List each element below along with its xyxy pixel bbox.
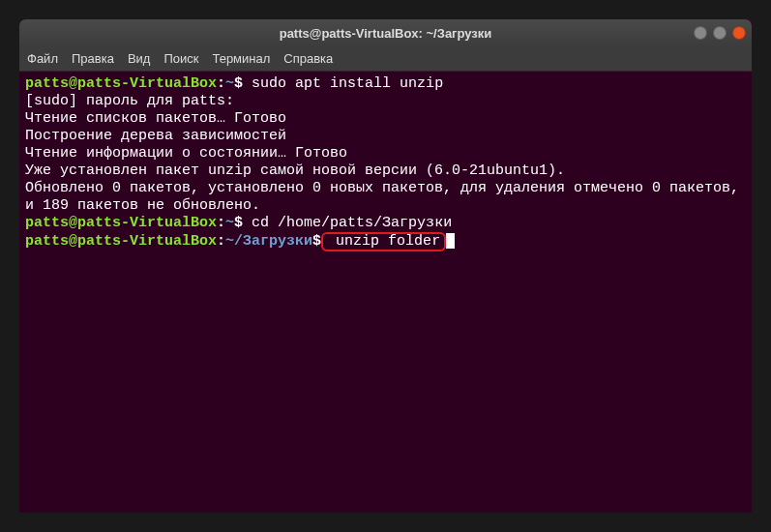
command-text: sudo apt install unzip [243, 75, 443, 92]
menu-view[interactable]: Вид [128, 51, 151, 66]
output-line: [sudo] пароль для patts: [25, 93, 746, 110]
command-text: cd /home/patts/Загрузки [243, 215, 452, 231]
prompt-user: patts@patts-VirtualBox [25, 233, 217, 250]
menu-terminal[interactable]: Терминал [212, 51, 270, 66]
prompt-path: ~/Загрузки [225, 233, 312, 250]
prompt-path: ~ [225, 215, 234, 231]
menubar: Файл Правка Вид Поиск Терминал Справка [19, 46, 752, 72]
command-text: unzip folder [327, 233, 440, 250]
terminal-window: patts@patts-VirtualBox: ~/Загрузки Файл … [19, 19, 752, 513]
prompt-path: ~ [225, 75, 234, 92]
command-line-3: patts@patts-VirtualBox:~/Загрузки$ unzip… [25, 232, 746, 251]
menu-file[interactable]: Файл [27, 51, 58, 66]
prompt-dollar: $ [312, 233, 321, 250]
cursor [446, 233, 455, 249]
output-line: Обновлено 0 пакетов, установлено 0 новых… [25, 180, 746, 215]
prompt-separator: : [217, 233, 225, 250]
menu-search[interactable]: Поиск [163, 51, 198, 66]
command-line-1: patts@patts-VirtualBox:~$ sudo apt insta… [25, 75, 746, 93]
prompt-separator: : [217, 215, 225, 231]
menu-help[interactable]: Справка [283, 51, 333, 66]
output-line: Построение дерева зависимостей [25, 128, 746, 145]
prompt-dollar: $ [234, 75, 243, 92]
minimize-button[interactable] [694, 26, 707, 40]
maximize-button[interactable] [713, 26, 727, 40]
output-line: Уже установлен пакет unzip самой новой в… [25, 163, 746, 180]
terminal-body[interactable]: patts@patts-VirtualBox:~$ sudo apt insta… [19, 72, 752, 513]
prompt-separator: : [217, 75, 225, 92]
output-line: Чтение информации о состоянии… Готово [25, 145, 746, 163]
output-line: Чтение списков пакетов… Готово [25, 110, 746, 128]
titlebar[interactable]: patts@patts-VirtualBox: ~/Загрузки [19, 19, 752, 46]
window-title: patts@patts-VirtualBox: ~/Загрузки [280, 26, 492, 41]
highlighted-command: unzip folder [321, 232, 446, 251]
prompt-user: patts@patts-VirtualBox [25, 215, 217, 231]
close-button[interactable] [732, 26, 746, 40]
command-line-2: patts@patts-VirtualBox:~$ cd /home/patts… [25, 215, 746, 232]
prompt-user: patts@patts-VirtualBox [25, 75, 217, 92]
window-controls [694, 26, 746, 40]
prompt-dollar: $ [234, 215, 243, 231]
menu-edit[interactable]: Правка [72, 51, 114, 66]
